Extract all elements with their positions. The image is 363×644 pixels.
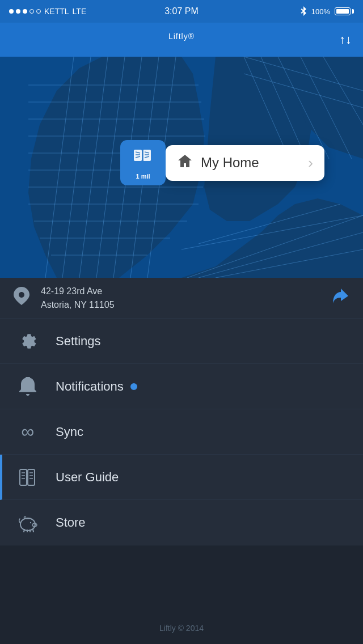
signal-dot-3 bbox=[23, 9, 27, 14]
notifications-label: Notifications bbox=[56, 379, 124, 394]
menu-item-store[interactable]: Store bbox=[0, 500, 363, 545]
user-guide-icon bbox=[14, 463, 42, 492]
signal-dot-1 bbox=[9, 9, 14, 14]
notification-dot bbox=[130, 383, 137, 390]
map-callout[interactable]: My Home › bbox=[166, 145, 324, 181]
signal-dots bbox=[9, 9, 41, 14]
address-row[interactable]: 42-19 23rd Ave Astoria, NY 11105 bbox=[0, 278, 363, 319]
svg-rect-57 bbox=[26, 518, 30, 519]
menu-item-notifications[interactable]: Notifications bbox=[0, 364, 363, 409]
map-icon bbox=[133, 146, 153, 171]
store-label: Store bbox=[56, 515, 86, 530]
signal-dot-5 bbox=[36, 9, 41, 14]
svg-point-52 bbox=[20, 518, 35, 531]
callout-label: My Home bbox=[201, 155, 300, 171]
address-line1: 42-19 23rd Ave bbox=[41, 285, 115, 298]
trademark: ® bbox=[188, 32, 195, 41]
svg-rect-44 bbox=[20, 469, 27, 485]
sort-button[interactable]: ↑↓ bbox=[339, 32, 352, 47]
svg-line-61 bbox=[33, 529, 33, 532]
user-guide-label: User Guide bbox=[56, 470, 119, 485]
address-line2: Astoria, NY 11105 bbox=[41, 298, 115, 312]
network-type: LTE bbox=[73, 7, 87, 16]
home-icon bbox=[177, 153, 193, 173]
svg-point-54 bbox=[33, 524, 35, 526]
svg-rect-45 bbox=[28, 469, 35, 485]
app-header: Liftly® ↑↓ bbox=[0, 23, 363, 57]
title-text: Liftly bbox=[168, 32, 188, 41]
menu-item-sync[interactable]: ∞ Sync bbox=[0, 409, 363, 455]
map-area[interactable]: 1 mil My Home › bbox=[0, 57, 363, 278]
map-pin[interactable]: 1 mil bbox=[120, 140, 166, 185]
directions-button[interactable] bbox=[332, 287, 349, 308]
status-time: 3:07 PM bbox=[164, 6, 199, 16]
svg-line-58 bbox=[24, 529, 24, 532]
map-book-icon bbox=[133, 146, 153, 167]
svg-rect-35 bbox=[134, 150, 142, 161]
svg-point-55 bbox=[35, 524, 36, 526]
address-text: 42-19 23rd Ave Astoria, NY 11105 bbox=[41, 285, 115, 312]
carrier-label: KETTL bbox=[44, 7, 69, 16]
app-title: Liftly® bbox=[168, 31, 195, 49]
menu-list: Settings Notifications ∞ Sync bbox=[0, 319, 363, 545]
settings-icon bbox=[14, 327, 42, 355]
map-pin-label: 1 mil bbox=[136, 173, 150, 180]
settings-label: Settings bbox=[56, 334, 101, 349]
callout-chevron: › bbox=[308, 154, 313, 172]
menu-item-settings[interactable]: Settings bbox=[0, 319, 363, 364]
status-bar: KETTL LTE 3:07 PM 100% bbox=[0, 0, 363, 23]
footer: Liftly © 2014 bbox=[0, 624, 363, 633]
battery-icon bbox=[335, 7, 354, 15]
status-right: 100% bbox=[300, 6, 354, 16]
menu-item-user-guide[interactable]: User Guide bbox=[0, 455, 363, 500]
signal-dot-2 bbox=[16, 9, 20, 14]
battery-percent: 100% bbox=[311, 7, 330, 16]
sync-icon: ∞ bbox=[14, 418, 42, 446]
location-pin-icon bbox=[14, 287, 29, 309]
store-icon bbox=[14, 509, 42, 537]
svg-point-56 bbox=[30, 522, 31, 523]
sync-label: Sync bbox=[56, 425, 83, 439]
notifications-icon bbox=[14, 372, 42, 401]
signal-dot-4 bbox=[29, 9, 34, 14]
map-popup[interactable]: 1 mil My Home › bbox=[120, 140, 324, 185]
footer-text: Liftly © 2014 bbox=[159, 624, 204, 633]
svg-rect-36 bbox=[143, 150, 151, 161]
bluetooth-icon bbox=[300, 6, 307, 16]
status-left: KETTL LTE bbox=[9, 7, 86, 16]
